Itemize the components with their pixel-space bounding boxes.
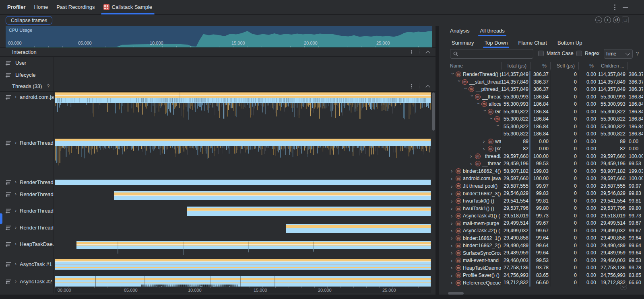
table-row[interactable]: ›malloca55,300,993186.8400.0055,300,9931…	[439, 100, 644, 108]
chevron-collapsed-icon[interactable]: ›	[451, 265, 455, 270]
table-row[interactable]: ›mAsyncTask #1() (29,518,01999.7300.0029…	[439, 212, 644, 220]
table-row[interactable]: ›mbinder:16862_1()29,490,85899.6400.0029…	[439, 234, 644, 242]
table-row[interactable]: ›mandroid.com.java29,597,660100.0000.002…	[439, 175, 644, 182]
table-row[interactable]: ›m55,300,822186.8400.0055,300,822186.84	[439, 123, 644, 131]
thread-row-label[interactable]: ›RenderThread	[0, 178, 54, 186]
thread-row-label[interactable]: ›RenderThread	[0, 139, 54, 146]
thread-row-label[interactable]: ›RenderThread	[0, 224, 54, 231]
table-row[interactable]: ›mReferenceQueue19,712,83266.6000.0019,7…	[439, 279, 644, 287]
table-row[interactable]: ›mbinder:16862_4()58,907,182199.0300.005…	[439, 168, 644, 175]
more-options-icon[interactable]	[613, 3, 617, 12]
zoom-in-icon[interactable]: +	[604, 16, 611, 23]
chevron-collapsed-icon[interactable]: ›	[451, 228, 455, 233]
chevron-expanded-icon[interactable]: ›	[451, 73, 456, 77]
table-row[interactable]: ›mhwuiTask1() ()29,537,79699.8000.0029,5…	[439, 205, 644, 212]
chevron-collapsed-icon[interactable]: ›	[470, 161, 475, 166]
subtab-flame-chart[interactable]: Flame Chart	[518, 37, 547, 48]
table-row[interactable]: ›mRenderThread() (114,357,849386.3700.00…	[439, 71, 644, 78]
expand-chevron-icon[interactable]: ›	[15, 179, 17, 185]
zoom-to-fit-icon[interactable]: □	[622, 16, 629, 23]
chevron-collapsed-icon[interactable]: ›	[451, 258, 455, 263]
chevron-collapsed-icon[interactable]: ›	[483, 146, 487, 152]
chevron-expanded-icon[interactable]: ›	[470, 95, 475, 99]
thread-row-label[interactable]: ›RenderThread	[0, 190, 54, 198]
interaction-row-lifecycle[interactable]: Lifecycle	[0, 69, 54, 81]
help-icon[interactable]: ?	[636, 51, 639, 57]
threads-options-icon[interactable]	[407, 82, 416, 90]
table-row[interactable]: ›m__thread29,459,19699.5300.0029,459,196…	[439, 160, 644, 168]
table-row[interactable]: ›mHeapTaskDaemo27,758,13693.7800.0027,75…	[439, 264, 644, 272]
chevron-collapsed-icon[interactable]: ›	[451, 280, 455, 285]
table-row[interactable]: ›m__start_thread114,357,849386.3700.0011…	[439, 78, 644, 86]
thread-row-label[interactable]: ›HeapTaskDae...	[0, 240, 54, 248]
table-row[interactable]: ›m[ke820.0000.00820.00	[439, 145, 644, 153]
column-header-2[interactable]: %	[530, 61, 547, 71]
column-divider[interactable]	[598, 62, 598, 70]
chevron-collapsed-icon[interactable]: ›	[470, 154, 475, 159]
thread-row-label[interactable]: ›android.com.ja...	[0, 93, 54, 100]
table-row[interactable]: ›mSurfaceSyncGrou29,489,95999.6400.0029,…	[439, 249, 644, 257]
chevron-collapsed-icon[interactable]: ›	[451, 184, 455, 189]
expand-chevron-icon[interactable]: ›	[15, 208, 17, 213]
threads-help-icon[interactable]: ?	[47, 84, 50, 89]
tab-callstack-sample[interactable]: Callstack Sample	[103, 0, 152, 14]
checkbox-box[interactable]	[538, 51, 544, 56]
chevron-collapsed-icon[interactable]: ›	[451, 273, 455, 278]
column-header-1[interactable]: Total (μs)	[501, 61, 526, 71]
expand-chevron-icon[interactable]: ›	[15, 241, 17, 247]
table-row[interactable]: ›mwai890.0000.00890.00	[439, 138, 644, 145]
minimize-icon[interactable]	[623, 7, 628, 8]
tab-all-threads[interactable]: All threads	[480, 26, 504, 36]
chevron-collapsed-icon[interactable]: ›	[451, 221, 455, 226]
column-header-3[interactable]: Self (μs)	[550, 61, 575, 71]
match-case-checkbox[interactable]: Match Case	[538, 51, 574, 56]
chevron-collapsed-icon[interactable]: ›	[451, 213, 455, 219]
cpu-usage-chart[interactable]: CPU Usage 00.00005.00010.00015.00020.000…	[6, 26, 432, 47]
column-header-0[interactable]: Name	[450, 61, 499, 71]
table-row[interactable]: ›mGra55,300,822186.8400.0055,300,822186.…	[439, 108, 644, 116]
chevron-collapsed-icon[interactable]: ›	[451, 243, 455, 248]
chevron-collapsed-icon[interactable]: ›	[451, 176, 455, 181]
thread-row-label[interactable]: ›AsyncTask #1	[0, 260, 54, 268]
chevron-collapsed-icon[interactable]: ›	[451, 250, 455, 256]
subtab-top-down[interactable]: Top Down	[485, 37, 508, 48]
collapse-frames-button[interactable]: Collapse frames	[6, 16, 52, 25]
checkbox-box[interactable]	[576, 51, 582, 56]
column-divider[interactable]	[578, 62, 579, 70]
table-row[interactable]: ›mbinder:16862_2()29,490,48999.6400.0029…	[439, 242, 644, 250]
expand-chevron-icon[interactable]: ›	[15, 261, 17, 267]
column-header-4[interactable]: %	[578, 61, 594, 71]
threads-scrollbar[interactable]	[432, 92, 435, 131]
chevron-expanded-icon[interactable]: ›	[477, 102, 481, 107]
chevron-collapsed-icon[interactable]: ›	[451, 206, 455, 211]
interaction-options-icon[interactable]	[407, 48, 416, 56]
table-row[interactable]: ›mbinder:16862_3()29,546,82999.8300.0029…	[439, 190, 644, 197]
table-row[interactable]: ›mmali-mem-purge29,499,51499.6700.0029,4…	[439, 219, 644, 227]
table-row[interactable]: ›mAsyncTask #2() (29,499,03299.6700.0029…	[439, 227, 644, 235]
subtab-summary[interactable]: Summary	[452, 37, 474, 48]
filter-type-dropdown[interactable]: Time	[604, 49, 633, 59]
tab-analysis[interactable]: Analysis	[450, 26, 469, 36]
tab-home[interactable]: Home	[34, 0, 48, 14]
threads-collapse-icon[interactable]	[426, 84, 430, 88]
table-row[interactable]: ›mi55,300,822186.8400.0055,300,822186.84	[439, 115, 644, 123]
chevron-expanded-icon[interactable]: ›	[489, 117, 494, 122]
table-row[interactable]: ›m__thread55,300,993186.8400.0055,300,99…	[439, 93, 644, 101]
column-header-5[interactable]: Children ...	[601, 61, 643, 71]
chevron-expanded-icon[interactable]: ›	[496, 125, 501, 129]
thread-row-label[interactable]: ›AsyncTask #2	[0, 278, 54, 285]
reset-zoom-icon[interactable]: ↺	[613, 16, 620, 23]
interaction-collapse-icon[interactable]	[426, 50, 430, 54]
expand-chevron-icon[interactable]: ›	[15, 279, 17, 284]
expand-chevron-icon[interactable]: ›	[15, 225, 17, 230]
search-text-field[interactable]	[458, 51, 524, 57]
zoom-out-icon[interactable]: −	[595, 16, 602, 23]
column-divider[interactable]	[550, 62, 551, 70]
chevron-collapsed-icon[interactable]: ›	[483, 139, 487, 144]
chevron-collapsed-icon[interactable]: ›	[451, 191, 455, 196]
chevron-expanded-icon[interactable]: ›	[464, 88, 469, 92]
tab-past-recordings[interactable]: Past Recordings	[56, 0, 95, 14]
table-row[interactable]: ›mmali-event-hand29,460,00399.5300.0029,…	[439, 257, 644, 264]
expand-chevron-icon[interactable]: ›	[15, 94, 17, 100]
table-row[interactable]: ›mhwuiTask0() ()29,541,55499.8100.0029,5…	[439, 197, 644, 205]
